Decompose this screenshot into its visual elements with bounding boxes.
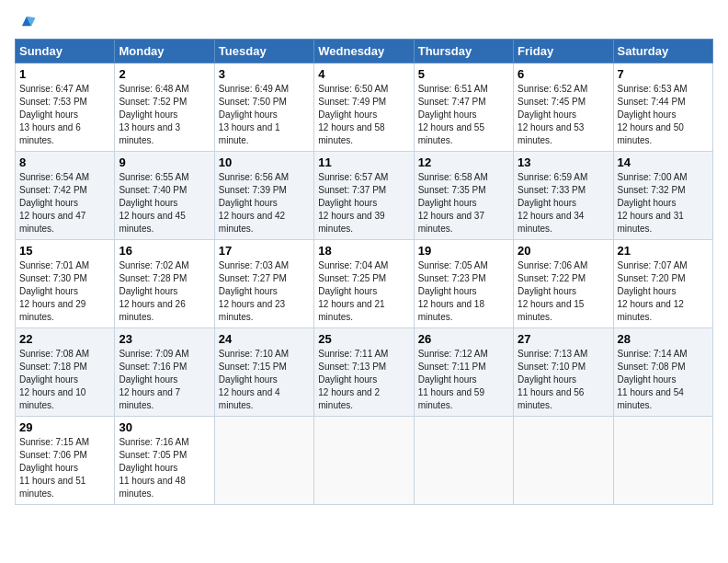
day-number: 2 xyxy=(119,67,210,81)
day-detail: Sunrise: 7:10 AMSunset: 7:15 PMDaylight … xyxy=(219,348,310,412)
logo-icon xyxy=(17,11,37,31)
calendar-week-row: 1Sunrise: 6:47 AMSunset: 7:53 PMDaylight… xyxy=(16,63,713,152)
header-cell-sunday: Sunday xyxy=(16,40,115,63)
day-detail: Sunrise: 6:58 AMSunset: 7:35 PMDaylight … xyxy=(418,171,509,236)
calendar-cell: 23Sunrise: 7:09 AMSunset: 7:16 PMDayligh… xyxy=(115,328,214,417)
day-detail: Sunrise: 7:06 AMSunset: 7:22 PMDaylight … xyxy=(518,259,609,324)
header-cell-tuesday: Tuesday xyxy=(214,40,313,63)
calendar-week-row: 8Sunrise: 6:54 AMSunset: 7:42 PMDaylight… xyxy=(16,152,713,240)
calendar-cell: 3Sunrise: 6:49 AMSunset: 7:50 PMDaylight… xyxy=(214,63,313,152)
calendar-cell: 11Sunrise: 6:57 AMSunset: 7:37 PMDayligh… xyxy=(314,152,414,240)
day-detail: Sunrise: 7:14 AMSunset: 7:08 PMDaylight … xyxy=(618,348,709,412)
day-number: 29 xyxy=(19,420,110,434)
calendar-cell xyxy=(414,417,513,505)
logo xyxy=(15,11,37,31)
day-detail: Sunrise: 7:15 AMSunset: 7:06 PMDaylight … xyxy=(19,436,110,500)
day-detail: Sunrise: 7:13 AMSunset: 7:10 PMDaylight … xyxy=(518,348,609,412)
calendar-cell xyxy=(613,417,712,505)
day-number: 18 xyxy=(318,244,409,258)
header-cell-friday: Friday xyxy=(514,40,613,63)
day-number: 20 xyxy=(518,244,609,258)
day-detail: Sunrise: 6:52 AMSunset: 7:45 PMDaylight … xyxy=(518,83,609,147)
day-detail: Sunrise: 6:48 AMSunset: 7:52 PMDaylight … xyxy=(119,83,210,147)
calendar-table: SundayMondayTuesdayWednesdayThursdayFrid… xyxy=(15,39,713,505)
day-number: 13 xyxy=(518,155,609,169)
day-detail: Sunrise: 7:05 AMSunset: 7:23 PMDaylight … xyxy=(418,259,509,324)
day-number: 8 xyxy=(19,155,110,169)
day-number: 26 xyxy=(418,332,509,346)
day-number: 1 xyxy=(19,67,110,81)
day-number: 3 xyxy=(219,67,310,81)
calendar-cell: 8Sunrise: 6:54 AMSunset: 7:42 PMDaylight… xyxy=(16,152,115,240)
calendar-cell: 29Sunrise: 7:15 AMSunset: 7:06 PMDayligh… xyxy=(16,417,115,505)
day-number: 11 xyxy=(318,155,409,169)
day-detail: Sunrise: 6:57 AMSunset: 7:37 PMDaylight … xyxy=(318,171,409,236)
calendar-cell: 2Sunrise: 6:48 AMSunset: 7:52 PMDaylight… xyxy=(115,63,214,152)
calendar-cell: 22Sunrise: 7:08 AMSunset: 7:18 PMDayligh… xyxy=(16,328,115,417)
calendar-cell: 1Sunrise: 6:47 AMSunset: 7:53 PMDaylight… xyxy=(16,63,115,152)
calendar-cell: 27Sunrise: 7:13 AMSunset: 7:10 PMDayligh… xyxy=(514,328,613,417)
header-cell-wednesday: Wednesday xyxy=(314,40,414,63)
day-number: 22 xyxy=(19,332,110,346)
calendar-cell: 4Sunrise: 6:50 AMSunset: 7:49 PMDaylight… xyxy=(314,63,414,152)
calendar-cell xyxy=(214,417,313,505)
day-detail: Sunrise: 7:08 AMSunset: 7:18 PMDaylight … xyxy=(19,348,110,412)
day-number: 12 xyxy=(418,155,509,169)
calendar-cell: 7Sunrise: 6:53 AMSunset: 7:44 PMDaylight… xyxy=(613,63,712,152)
calendar-cell: 28Sunrise: 7:14 AMSunset: 7:08 PMDayligh… xyxy=(613,328,712,417)
day-detail: Sunrise: 6:53 AMSunset: 7:44 PMDaylight … xyxy=(618,83,709,147)
day-detail: Sunrise: 7:16 AMSunset: 7:05 PMDaylight … xyxy=(119,436,210,500)
page-container: SundayMondayTuesdayWednesdayThursdayFrid… xyxy=(0,0,728,514)
day-detail: Sunrise: 6:50 AMSunset: 7:49 PMDaylight … xyxy=(318,83,409,147)
calendar-header-row: SundayMondayTuesdayWednesdayThursdayFrid… xyxy=(16,40,713,63)
calendar-week-row: 22Sunrise: 7:08 AMSunset: 7:18 PMDayligh… xyxy=(16,328,713,417)
day-detail: Sunrise: 6:59 AMSunset: 7:33 PMDaylight … xyxy=(518,171,609,236)
calendar-cell: 13Sunrise: 6:59 AMSunset: 7:33 PMDayligh… xyxy=(514,152,613,240)
day-detail: Sunrise: 6:54 AMSunset: 7:42 PMDaylight … xyxy=(19,171,110,236)
day-number: 23 xyxy=(119,332,210,346)
day-number: 7 xyxy=(618,67,709,81)
day-detail: Sunrise: 7:12 AMSunset: 7:11 PMDaylight … xyxy=(418,348,509,412)
day-number: 10 xyxy=(219,155,310,169)
day-detail: Sunrise: 7:09 AMSunset: 7:16 PMDaylight … xyxy=(119,348,210,412)
calendar-cell: 10Sunrise: 6:56 AMSunset: 7:39 PMDayligh… xyxy=(214,152,313,240)
day-detail: Sunrise: 6:56 AMSunset: 7:39 PMDaylight … xyxy=(219,171,310,236)
day-detail: Sunrise: 7:01 AMSunset: 7:30 PMDaylight … xyxy=(19,259,110,324)
day-detail: Sunrise: 7:04 AMSunset: 7:25 PMDaylight … xyxy=(318,259,409,324)
day-number: 19 xyxy=(418,244,509,258)
day-number: 24 xyxy=(219,332,310,346)
header xyxy=(15,11,713,31)
day-detail: Sunrise: 7:02 AMSunset: 7:28 PMDaylight … xyxy=(119,259,210,324)
day-detail: Sunrise: 7:07 AMSunset: 7:20 PMDaylight … xyxy=(618,259,709,324)
calendar-cell: 6Sunrise: 6:52 AMSunset: 7:45 PMDaylight… xyxy=(514,63,613,152)
day-number: 4 xyxy=(318,67,409,81)
day-number: 14 xyxy=(618,155,709,169)
calendar-cell: 17Sunrise: 7:03 AMSunset: 7:27 PMDayligh… xyxy=(214,240,313,328)
day-detail: Sunrise: 7:03 AMSunset: 7:27 PMDaylight … xyxy=(219,259,310,324)
calendar-cell: 14Sunrise: 7:00 AMSunset: 7:32 PMDayligh… xyxy=(613,152,712,240)
day-detail: Sunrise: 7:00 AMSunset: 7:32 PMDaylight … xyxy=(618,171,709,236)
day-number: 27 xyxy=(518,332,609,346)
calendar-cell: 16Sunrise: 7:02 AMSunset: 7:28 PMDayligh… xyxy=(115,240,214,328)
day-number: 25 xyxy=(318,332,409,346)
calendar-cell: 15Sunrise: 7:01 AMSunset: 7:30 PMDayligh… xyxy=(16,240,115,328)
calendar-cell xyxy=(514,417,613,505)
calendar-cell: 20Sunrise: 7:06 AMSunset: 7:22 PMDayligh… xyxy=(514,240,613,328)
calendar-week-row: 15Sunrise: 7:01 AMSunset: 7:30 PMDayligh… xyxy=(16,240,713,328)
day-detail: Sunrise: 6:49 AMSunset: 7:50 PMDaylight … xyxy=(219,83,310,147)
header-cell-saturday: Saturday xyxy=(613,40,712,63)
day-number: 21 xyxy=(618,244,709,258)
day-detail: Sunrise: 7:11 AMSunset: 7:13 PMDaylight … xyxy=(318,348,409,412)
day-number: 6 xyxy=(518,67,609,81)
calendar-cell: 26Sunrise: 7:12 AMSunset: 7:11 PMDayligh… xyxy=(414,328,513,417)
header-cell-thursday: Thursday xyxy=(414,40,513,63)
calendar-cell: 25Sunrise: 7:11 AMSunset: 7:13 PMDayligh… xyxy=(314,328,414,417)
calendar-cell: 24Sunrise: 7:10 AMSunset: 7:15 PMDayligh… xyxy=(214,328,313,417)
calendar-cell: 19Sunrise: 7:05 AMSunset: 7:23 PMDayligh… xyxy=(414,240,513,328)
calendar-cell: 18Sunrise: 7:04 AMSunset: 7:25 PMDayligh… xyxy=(314,240,414,328)
day-number: 16 xyxy=(119,244,210,258)
day-detail: Sunrise: 6:55 AMSunset: 7:40 PMDaylight … xyxy=(119,171,210,236)
day-number: 15 xyxy=(19,244,110,258)
day-detail: Sunrise: 6:51 AMSunset: 7:47 PMDaylight … xyxy=(418,83,509,147)
day-number: 9 xyxy=(119,155,210,169)
